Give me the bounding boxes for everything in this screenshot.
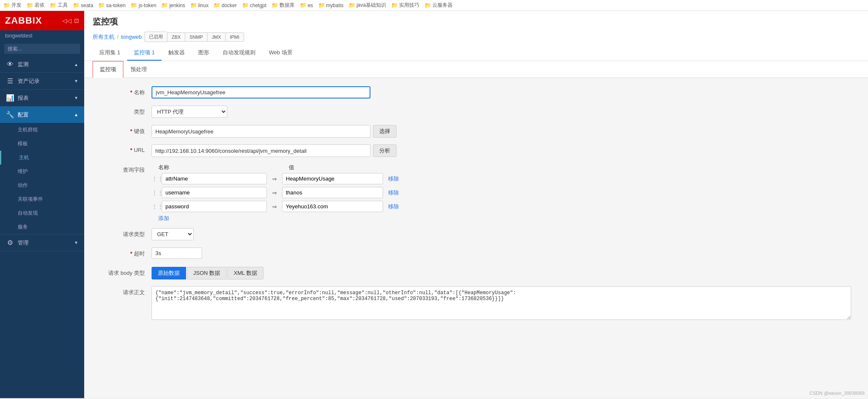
folder-icon: 📁 xyxy=(213,2,220,8)
type-select[interactable]: HTTP 代理 xyxy=(152,106,227,118)
folder-icon: 📁 xyxy=(98,2,105,8)
query-val-input-1[interactable] xyxy=(282,173,383,184)
url-field: 分析 xyxy=(152,144,851,157)
query-col-name-header: 名称 xyxy=(158,164,268,171)
bookmark-item[interactable]: 📁sa-token xyxy=(98,2,125,8)
folder-icon: 📁 xyxy=(73,2,80,8)
folder-icon: 📁 xyxy=(300,2,306,8)
bookmark-item[interactable]: 📁seata xyxy=(73,2,93,8)
bookmark-item[interactable]: 📁js-token xyxy=(130,2,156,8)
sidebar-item-monitor-label: 监测 xyxy=(18,61,29,68)
tab-appset[interactable]: 应用集 1 xyxy=(93,45,127,61)
drag-handle-2[interactable]: ⋮⋮ xyxy=(152,189,158,196)
bookmark-item[interactable]: 📁linux xyxy=(190,2,209,8)
query-remove-3[interactable]: 移除 xyxy=(388,203,399,210)
query-val-input-2[interactable] xyxy=(282,187,383,198)
form-tabs: 监控项 预处理 xyxy=(84,61,868,78)
drag-handle-3[interactable]: ⋮⋮ xyxy=(152,203,158,210)
tab-enabled[interactable]: 已启用 xyxy=(144,32,167,42)
form-row-type: 类型 HTTP 代理 xyxy=(101,106,851,119)
body-tab-raw[interactable]: 原始数据 xyxy=(152,267,186,279)
tab-snmp[interactable]: SNMP xyxy=(185,32,207,42)
sidebar-sub-maintenance[interactable]: 维护 xyxy=(0,165,84,178)
req-type-label: 请求类型 xyxy=(101,228,152,238)
query-add-button[interactable]: 添加 xyxy=(152,215,851,222)
sidebar-sub-hosts[interactable]: 主机 xyxy=(0,151,84,165)
bookmark-item[interactable]: 📁实用技巧 xyxy=(391,2,419,9)
sidebar-item-admin-label: 管理 xyxy=(18,239,29,247)
folder-icon: 📁 xyxy=(242,2,249,8)
monitor-icon: 👁 xyxy=(6,61,14,68)
bookmark-item[interactable]: 📁mybatis xyxy=(318,2,343,8)
sidebar-item-config[interactable]: 🔧 配置 ▲ xyxy=(0,106,84,123)
name-input[interactable] xyxy=(152,86,370,98)
form-row-body: 请求正文 {"name":"jvm_memory_detail","succes… xyxy=(101,286,851,321)
bookmark-item[interactable]: 📁若依 xyxy=(27,2,45,9)
sidebar-sub-services[interactable]: 服务 xyxy=(0,220,84,234)
query-arrow-2: ⇒ xyxy=(270,189,279,196)
sidebar-nav: 👁 监测 ▲ ☰ 资产记录 ▼ 📊 报表 ▼ xyxy=(0,56,84,398)
sidebar-item-assets[interactable]: ☰ 资产记录 ▼ xyxy=(0,73,84,89)
query-name-input-2[interactable] xyxy=(162,187,267,198)
bookmark-item[interactable]: 📁开发 xyxy=(3,2,21,9)
bookmark-item[interactable]: 📁jenkins xyxy=(161,2,185,8)
body-textarea[interactable]: {"name":"jvm_memory_detail","success":tr… xyxy=(152,286,851,320)
bookmark-item[interactable]: 📁es xyxy=(300,2,313,8)
body-tab-xml[interactable]: XML 数据 xyxy=(227,267,264,279)
body-tab-json[interactable]: JSON 数据 xyxy=(187,267,226,279)
query-arrow-1: ⇒ xyxy=(270,176,279,182)
query-val-input-3[interactable] xyxy=(282,201,383,212)
body-field: {"name":"jvm_memory_detail","success":tr… xyxy=(152,286,851,321)
bookmark-item[interactable]: 📁云服务器 xyxy=(424,2,453,9)
tab-autodiscovery[interactable]: 自动发现规则 xyxy=(216,45,262,61)
body-type-label: 请求 body 类型 xyxy=(101,267,152,277)
watermark: CSDN @weixin_39938069 xyxy=(809,391,865,396)
body-label: 请求正文 xyxy=(101,286,152,296)
query-remove-1[interactable]: 移除 xyxy=(388,175,399,183)
drag-handle-1[interactable]: ⋮⋮ xyxy=(152,176,158,182)
bookmark-item[interactable]: 📁工具 xyxy=(50,2,68,9)
tab-zbx[interactable]: ZBX xyxy=(167,32,185,42)
query-table-header: 名称 值 xyxy=(152,164,851,171)
sidebar-item-reports-label: 报表 xyxy=(18,94,29,102)
sidebar-item-monitor[interactable]: 👁 监测 ▲ xyxy=(0,56,84,72)
url-analyze-button[interactable]: 分析 xyxy=(373,144,397,157)
breadcrumb-host[interactable]: tongweb xyxy=(121,34,142,40)
sidebar: ZABBIX ◁◁ ⊡ tongwebtest 👁 监测 ▲ ☰ xyxy=(0,11,84,398)
query-remove-2[interactable]: 移除 xyxy=(388,189,399,197)
sidebar-sub-actions[interactable]: 动作 xyxy=(0,178,84,192)
tab-triggers[interactable]: 触发器 xyxy=(162,45,192,61)
bookmark-item[interactable]: 📁chetgpt xyxy=(242,2,266,8)
bookmark-item[interactable]: 📁java基础知识 xyxy=(349,2,386,9)
query-name-input-3[interactable] xyxy=(162,201,267,212)
sidebar-item-admin[interactable]: ⚙ 管理 ▼ xyxy=(0,234,84,251)
sidebar-sub-corr-events[interactable]: 关联项事件 xyxy=(0,192,84,206)
sidebar-item-reports[interactable]: 📊 报表 ▼ xyxy=(0,90,84,106)
key-input[interactable] xyxy=(152,125,370,138)
collapse-icon[interactable]: ◁◁ xyxy=(62,17,72,24)
sidebar-sub-autodiscovery[interactable]: 自动发现 xyxy=(0,206,84,220)
tab-graphs[interactable]: 图形 xyxy=(192,45,216,61)
url-input[interactable] xyxy=(152,144,370,157)
fullscreen-icon[interactable]: ⊡ xyxy=(74,17,79,24)
tab-web[interactable]: Web 场景 xyxy=(262,45,299,61)
tab-ipmi[interactable]: IPMI xyxy=(225,32,244,42)
breadcrumb-filter-tabs: 已启用 ZBX SNMP JMX IPMI xyxy=(144,32,244,42)
timeout-input[interactable] xyxy=(152,247,202,259)
bookmark-item[interactable]: 📁数据库 xyxy=(272,2,295,9)
key-select-button[interactable]: 选择 xyxy=(373,125,397,138)
folder-icon: 📁 xyxy=(161,2,168,8)
chevron-icon-3: ▼ xyxy=(74,96,78,100)
breadcrumb-all-hosts[interactable]: 所有主机 xyxy=(93,33,114,41)
bookmark-item[interactable]: 📁docker xyxy=(213,2,237,8)
tab-monitor-items[interactable]: 监控项 1 xyxy=(127,45,162,61)
sidebar-sub-hostgroups[interactable]: 主机群组 xyxy=(0,123,84,137)
req-type-select[interactable]: GET POST PUT DELETE xyxy=(152,228,194,240)
form-tab-items[interactable]: 监控项 xyxy=(93,61,123,78)
sidebar-sub-templates[interactable]: 模板 xyxy=(0,137,84,151)
search-input[interactable] xyxy=(4,44,80,54)
content-area: 监控项 所有主机 / tongweb 已启用 ZBX SNMP JMX IPMI… xyxy=(84,11,868,398)
form-tab-preprocess[interactable]: 预处理 xyxy=(123,61,154,78)
query-name-input-1[interactable] xyxy=(162,173,267,184)
tab-jmx[interactable]: JMX xyxy=(207,32,225,42)
